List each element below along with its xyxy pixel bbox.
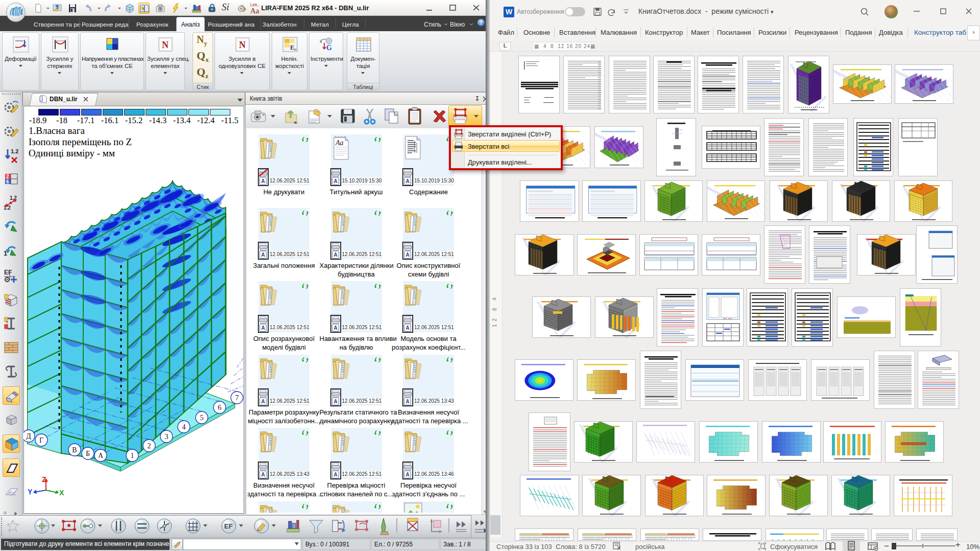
svg-text:G: G bbox=[326, 44, 332, 52]
svg-text:A: A bbox=[406, 325, 410, 331]
svg-text:N: N bbox=[239, 40, 246, 50]
svg-text:Б: Б bbox=[86, 450, 90, 457]
svg-text:4: 4 bbox=[182, 423, 186, 431]
svg-text:o: o bbox=[294, 47, 297, 52]
svg-text:A: A bbox=[333, 252, 337, 258]
svg-text:A: A bbox=[261, 399, 265, 404]
svg-text:A: A bbox=[261, 252, 265, 258]
svg-text:6: 6 bbox=[6, 179, 9, 185]
svg-text:5: 5 bbox=[200, 414, 204, 422]
svg-text:A: A bbox=[406, 399, 410, 404]
svg-text:A: A bbox=[333, 399, 337, 404]
svg-text:EF: EF bbox=[4, 269, 12, 276]
svg-text:Aa: Aa bbox=[335, 139, 344, 147]
svg-text:A: A bbox=[261, 178, 265, 184]
svg-text:Г: Г bbox=[39, 437, 43, 444]
svg-text:3: 3 bbox=[165, 433, 169, 441]
svg-text:1: 1 bbox=[131, 452, 134, 460]
svg-text:A: A bbox=[333, 472, 337, 477]
svg-text:Z: Z bbox=[42, 475, 46, 484]
svg-text:Д: Д bbox=[26, 432, 31, 440]
svg-text:N: N bbox=[162, 40, 169, 50]
svg-text:7: 7 bbox=[235, 394, 239, 402]
svg-text:2: 2 bbox=[148, 442, 151, 450]
svg-text:Y: Y bbox=[28, 488, 33, 496]
svg-text:6: 6 bbox=[218, 404, 222, 411]
svg-text:A: A bbox=[406, 252, 410, 258]
svg-text:X: X bbox=[59, 489, 64, 497]
svg-text:A: A bbox=[333, 325, 337, 331]
svg-text:EF: EF bbox=[224, 522, 233, 530]
svg-text:A: A bbox=[261, 472, 265, 477]
svg-text:1.2: 1.2 bbox=[11, 148, 18, 154]
svg-text:A: A bbox=[261, 325, 265, 331]
svg-text:A: A bbox=[406, 178, 410, 184]
svg-text:А: А bbox=[98, 452, 104, 460]
svg-text:A: A bbox=[333, 178, 337, 184]
svg-text:A: A bbox=[406, 472, 410, 477]
svg-text:В: В bbox=[72, 446, 77, 454]
